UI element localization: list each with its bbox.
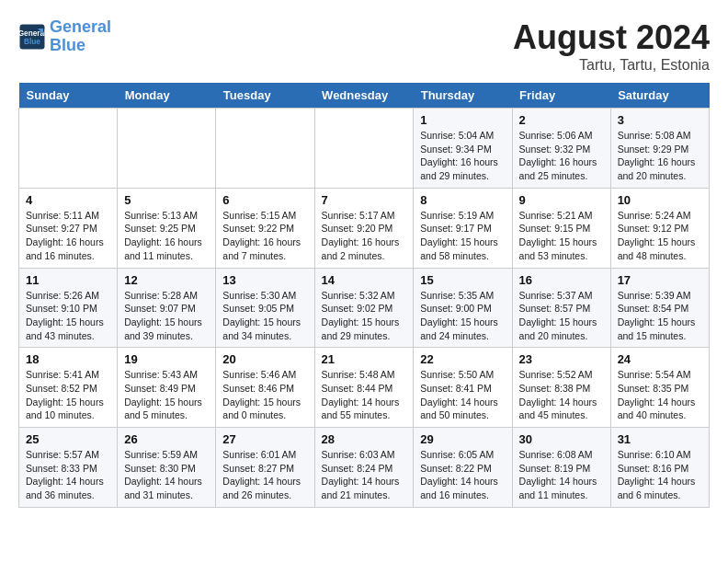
day-number: 22 xyxy=(420,352,505,366)
day-number: 31 xyxy=(618,432,702,446)
day-info: Sunrise: 5:08 AMSunset: 9:29 PMDaylight:… xyxy=(618,129,702,183)
day-number: 3 xyxy=(618,113,702,127)
calendar-cell: 31Sunrise: 6:10 AMSunset: 8:16 PMDayligh… xyxy=(610,428,709,508)
weekday-header-saturday: Saturday xyxy=(610,83,709,109)
day-info: Sunrise: 5:59 AMSunset: 8:30 PMDaylight:… xyxy=(124,448,209,502)
day-info: Sunrise: 5:32 AMSunset: 9:02 PMDaylight:… xyxy=(322,289,407,343)
calendar-cell: 20Sunrise: 5:46 AMSunset: 8:46 PMDayligh… xyxy=(216,348,314,428)
calendar-cell: 25Sunrise: 5:57 AMSunset: 8:33 PMDayligh… xyxy=(19,428,118,508)
calendar-cell xyxy=(216,109,314,189)
day-number: 6 xyxy=(222,193,307,207)
calendar-cell: 28Sunrise: 6:03 AMSunset: 8:24 PMDayligh… xyxy=(314,428,414,508)
day-number: 25 xyxy=(26,432,110,446)
day-number: 9 xyxy=(519,193,604,207)
day-info: Sunrise: 5:19 AMSunset: 9:17 PMDaylight:… xyxy=(420,209,505,263)
calendar-cell: 7Sunrise: 5:17 AMSunset: 9:20 PMDaylight… xyxy=(314,188,414,268)
week-row-5: 25Sunrise: 5:57 AMSunset: 8:33 PMDayligh… xyxy=(19,428,710,508)
day-info: Sunrise: 5:50 AMSunset: 8:41 PMDaylight:… xyxy=(420,368,505,422)
logo-icon: General Blue xyxy=(18,23,46,51)
day-number: 20 xyxy=(222,352,307,366)
day-number: 29 xyxy=(420,432,505,446)
weekday-header-monday: Monday xyxy=(118,83,216,109)
calendar-cell: 14Sunrise: 5:32 AMSunset: 9:02 PMDayligh… xyxy=(314,268,414,348)
day-number: 14 xyxy=(322,273,407,287)
day-number: 15 xyxy=(420,273,505,287)
day-info: Sunrise: 5:48 AMSunset: 8:44 PMDaylight:… xyxy=(322,368,407,422)
day-number: 8 xyxy=(420,193,505,207)
day-info: Sunrise: 5:35 AMSunset: 9:00 PMDaylight:… xyxy=(420,289,505,343)
weekday-header-sunday: Sunday xyxy=(19,83,118,109)
calendar-cell: 15Sunrise: 5:35 AMSunset: 9:00 PMDayligh… xyxy=(414,268,512,348)
day-info: Sunrise: 6:03 AMSunset: 8:24 PMDaylight:… xyxy=(322,448,407,502)
day-number: 11 xyxy=(26,273,110,287)
calendar-cell: 18Sunrise: 5:41 AMSunset: 8:52 PMDayligh… xyxy=(19,348,118,428)
week-row-2: 4Sunrise: 5:11 AMSunset: 9:27 PMDaylight… xyxy=(19,188,710,268)
calendar-cell: 26Sunrise: 5:59 AMSunset: 8:30 PMDayligh… xyxy=(118,428,216,508)
day-info: Sunrise: 5:39 AMSunset: 8:54 PMDaylight:… xyxy=(618,289,702,343)
weekday-header-wednesday: Wednesday xyxy=(314,83,414,109)
logo-text: General Blue xyxy=(50,18,111,55)
svg-text:Blue: Blue xyxy=(24,37,40,45)
calendar-cell: 10Sunrise: 5:24 AMSunset: 9:12 PMDayligh… xyxy=(610,188,709,268)
day-number: 1 xyxy=(420,113,505,127)
calendar-cell: 17Sunrise: 5:39 AMSunset: 8:54 PMDayligh… xyxy=(610,268,709,348)
day-number: 18 xyxy=(26,352,110,366)
day-info: Sunrise: 5:57 AMSunset: 8:33 PMDaylight:… xyxy=(26,448,110,502)
calendar-cell: 3Sunrise: 5:08 AMSunset: 9:29 PMDaylight… xyxy=(610,109,709,189)
day-info: Sunrise: 5:24 AMSunset: 9:12 PMDaylight:… xyxy=(618,209,702,263)
weekday-header-friday: Friday xyxy=(512,83,610,109)
title-block: August 2024 Tartu, Tartu, Estonia xyxy=(513,18,710,74)
day-info: Sunrise: 5:43 AMSunset: 8:49 PMDaylight:… xyxy=(124,368,209,422)
day-number: 16 xyxy=(519,273,604,287)
weekday-header-row: SundayMondayTuesdayWednesdayThursdayFrid… xyxy=(19,83,710,109)
day-info: Sunrise: 5:17 AMSunset: 9:20 PMDaylight:… xyxy=(322,209,407,263)
calendar-cell xyxy=(19,109,118,189)
day-info: Sunrise: 5:41 AMSunset: 8:52 PMDaylight:… xyxy=(26,368,110,422)
day-number: 24 xyxy=(618,352,702,366)
day-number: 30 xyxy=(519,432,604,446)
day-number: 4 xyxy=(26,193,110,207)
calendar-cell: 11Sunrise: 5:26 AMSunset: 9:10 PMDayligh… xyxy=(19,268,118,348)
calendar-cell: 29Sunrise: 6:05 AMSunset: 8:22 PMDayligh… xyxy=(414,428,512,508)
calendar-cell xyxy=(314,109,414,189)
subtitle: Tartu, Tartu, Estonia xyxy=(513,57,710,74)
day-info: Sunrise: 5:37 AMSunset: 8:57 PMDaylight:… xyxy=(519,289,604,343)
day-number: 5 xyxy=(124,193,209,207)
day-info: Sunrise: 5:21 AMSunset: 9:15 PMDaylight:… xyxy=(519,209,604,263)
day-info: Sunrise: 5:11 AMSunset: 9:27 PMDaylight:… xyxy=(26,209,110,263)
week-row-3: 11Sunrise: 5:26 AMSunset: 9:10 PMDayligh… xyxy=(19,268,710,348)
day-number: 17 xyxy=(618,273,702,287)
calendar-cell: 12Sunrise: 5:28 AMSunset: 9:07 PMDayligh… xyxy=(118,268,216,348)
week-row-1: 1Sunrise: 5:04 AMSunset: 9:34 PMDaylight… xyxy=(19,109,710,189)
day-info: Sunrise: 5:26 AMSunset: 9:10 PMDaylight:… xyxy=(26,289,110,343)
calendar-cell: 13Sunrise: 5:30 AMSunset: 9:05 PMDayligh… xyxy=(216,268,314,348)
calendar-cell: 19Sunrise: 5:43 AMSunset: 8:49 PMDayligh… xyxy=(118,348,216,428)
day-number: 12 xyxy=(124,273,209,287)
day-info: Sunrise: 5:15 AMSunset: 9:22 PMDaylight:… xyxy=(222,209,307,263)
day-info: Sunrise: 5:06 AMSunset: 9:32 PMDaylight:… xyxy=(519,129,604,183)
day-number: 27 xyxy=(222,432,307,446)
day-info: Sunrise: 5:28 AMSunset: 9:07 PMDaylight:… xyxy=(124,289,209,343)
calendar-cell: 8Sunrise: 5:19 AMSunset: 9:17 PMDaylight… xyxy=(414,188,512,268)
week-row-4: 18Sunrise: 5:41 AMSunset: 8:52 PMDayligh… xyxy=(19,348,710,428)
weekday-header-thursday: Thursday xyxy=(414,83,512,109)
day-number: 26 xyxy=(124,432,209,446)
day-info: Sunrise: 5:52 AMSunset: 8:38 PMDaylight:… xyxy=(519,368,604,422)
calendar-cell: 9Sunrise: 5:21 AMSunset: 9:15 PMDaylight… xyxy=(512,188,610,268)
main-title: August 2024 xyxy=(513,18,710,57)
calendar-cell: 1Sunrise: 5:04 AMSunset: 9:34 PMDaylight… xyxy=(414,109,512,189)
day-number: 28 xyxy=(322,432,407,446)
calendar-cell: 23Sunrise: 5:52 AMSunset: 8:38 PMDayligh… xyxy=(512,348,610,428)
day-number: 2 xyxy=(519,113,604,127)
calendar-cell: 4Sunrise: 5:11 AMSunset: 9:27 PMDaylight… xyxy=(19,188,118,268)
calendar-cell: 16Sunrise: 5:37 AMSunset: 8:57 PMDayligh… xyxy=(512,268,610,348)
day-number: 10 xyxy=(618,193,702,207)
calendar-cell: 27Sunrise: 6:01 AMSunset: 8:27 PMDayligh… xyxy=(216,428,314,508)
day-info: Sunrise: 5:46 AMSunset: 8:46 PMDaylight:… xyxy=(222,368,307,422)
day-info: Sunrise: 6:01 AMSunset: 8:27 PMDaylight:… xyxy=(222,448,307,502)
day-number: 23 xyxy=(519,352,604,366)
day-number: 7 xyxy=(322,193,407,207)
calendar-cell: 21Sunrise: 5:48 AMSunset: 8:44 PMDayligh… xyxy=(314,348,414,428)
page-header: General Blue General Blue August 2024 Ta… xyxy=(18,18,710,74)
calendar-cell xyxy=(118,109,216,189)
